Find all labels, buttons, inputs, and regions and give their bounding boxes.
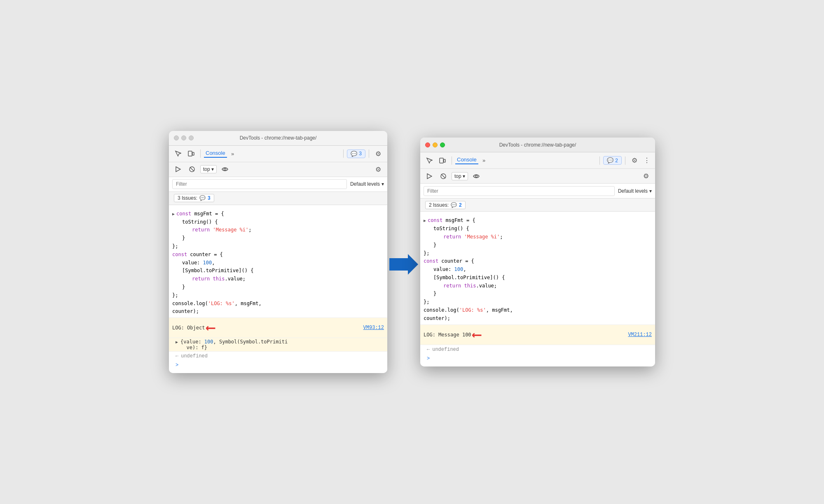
left-tab-area: Console » [204,148,340,159]
right-code-line-10: } [424,290,652,298]
right-top-selector[interactable]: top ▾ [452,172,468,180]
right-window-title: DevTools - chrome://new-tab-page/ [499,142,576,148]
right-log-output: LOG: Message 100 ⟵ VM211:12 [420,324,655,345]
left-code-line-3: return 'Message %i'; [172,226,384,234]
left-code-line-10: } [172,283,384,292]
left-console-content: ▶ const msgFmt = { toString() { return '… [169,205,387,373]
right-toolbar-sep2 [599,156,600,165]
left-devtools-window: DevTools - chrome://new-tab-page/ Consol… [169,131,387,373]
left-code-line-2: toString() { [172,218,384,226]
right-code-line-12: console.log('LOG: %s', msgFmt, [424,306,652,315]
right-play-icon[interactable] [424,170,435,182]
left-code-line-13: counter); [172,308,384,316]
right-default-levels[interactable]: Default levels ▾ [618,188,652,194]
left-prompt-line[interactable]: > [169,361,387,370]
left-inspect-icon[interactable] [172,148,184,159]
left-issues-text: 3 Issues: [178,195,197,201]
right-vm-link[interactable]: VM211:12 [628,332,652,338]
left-block-icon[interactable] [186,163,198,175]
right-filter-input[interactable] [424,186,615,196]
right-more-tabs-icon[interactable]: » [478,155,490,166]
left-top-chevron: ▾ [211,166,214,172]
left-main-toolbar: Console » 💬 3 ⚙ [169,146,387,162]
right-block-icon[interactable] [438,170,449,182]
left-title-bar: DevTools - chrome://new-tab-page/ [169,131,387,146]
left-play-icon[interactable] [172,163,184,175]
blue-right-arrow [389,254,418,275]
left-console-settings-icon[interactable]: ⚙ [372,163,384,175]
right-issues-icon: 💬 [451,202,457,208]
left-prompt-symbol: > [176,362,178,368]
right-console-tab[interactable]: Console [455,156,478,164]
left-eye-icon[interactable] [219,163,231,175]
svg-line-11 [441,174,445,178]
right-console-settings-icon[interactable]: ⚙ [640,170,652,182]
left-undefined-line: ← undefined [169,352,387,361]
right-toolbar-sep3 [625,156,625,165]
left-object-detail: ▶ {value: 100, Symbol(Symbol.toPrimiti v… [169,338,387,352]
right-top-chevron: ▾ [463,173,465,179]
right-minimize-button[interactable] [433,142,438,147]
right-issues-text: 2 Issues: [429,202,449,208]
left-device-icon[interactable] [185,148,197,159]
right-eye-icon[interactable] [471,170,482,182]
left-issues-badge[interactable]: 💬 3 [347,149,365,158]
left-close-button[interactable] [174,135,179,140]
svg-point-5 [224,168,226,170]
left-levels-chevron: ▾ [382,181,384,187]
right-expand-1[interactable]: ▶ [424,217,426,224]
right-badge-count: 2 [615,158,618,163]
right-devtools-window: DevTools - chrome://new-tab-page/ Consol… [420,138,655,366]
left-issues-icon: 💬 [199,195,206,201]
left-top-selector[interactable]: top ▾ [200,165,217,173]
left-vm-link[interactable]: VM93:12 [363,325,384,331]
left-tab-underline [204,157,227,158]
left-window-title: DevTools - chrome://new-tab-page/ [240,135,317,141]
svg-line-4 [190,167,194,171]
left-toolbar-sep3 [369,149,369,158]
right-issues-badge-bar[interactable]: 2 Issues: 💬 2 [425,201,466,209]
left-settings-icon[interactable]: ⚙ [372,148,384,159]
left-code-line-8: [Symbol.toPrimitive]() { [172,267,384,275]
right-top-label: top [454,173,461,179]
right-undefined-text: undefined [432,347,459,352]
right-prompt-line[interactable]: > [420,354,655,363]
left-maximize-button[interactable] [189,135,194,140]
left-default-levels[interactable]: Default levels ▾ [350,181,384,187]
right-red-arrow: ⟵ [473,327,481,343]
right-device-icon[interactable] [437,155,448,166]
right-levels-chevron: ▾ [649,188,652,194]
right-right-settings: ⚙ [640,170,652,182]
left-minimize-button[interactable] [181,135,186,140]
right-badge-icon: 💬 [607,157,613,163]
right-more-button[interactable]: ⋮ [642,156,652,164]
left-filter-input[interactable] [172,179,347,189]
right-traffic-lights [425,142,445,147]
left-console-tab[interactable]: Console [204,150,227,158]
right-close-button[interactable] [425,142,430,147]
left-badge-icon: 💬 [351,151,357,157]
right-code-line-3: return 'Message %i'; [424,233,652,241]
left-console-toolbar: top ▾ ⚙ [169,162,387,177]
svg-rect-8 [444,159,445,162]
left-more-tabs-icon[interactable]: » [227,148,239,159]
right-code-line-2: toString() { [424,225,652,233]
right-issues-badge[interactable]: 💬 2 [603,156,622,165]
right-less-than: ← [427,347,430,352]
left-undefined-text: undefined [181,353,208,359]
left-toolbar-sep2 [343,149,344,158]
left-expand-obj[interactable]: ▶ [176,340,178,345]
right-toolbar-sep1 [452,156,452,165]
right-tab-underline [455,163,478,164]
left-log-output: LOG: Object ⟵ VM93:12 [169,317,387,338]
right-code-line-9: return this.value; [424,282,652,290]
left-issues-badge-bar[interactable]: 3 Issues: 💬 3 [174,194,214,202]
right-settings-icon[interactable]: ⚙ [629,155,640,166]
left-code-area: ▶ const msgFmt = { toString() { return '… [169,208,387,317]
right-inspect-icon[interactable] [424,155,435,166]
right-issues-bar: 2 Issues: 💬 2 [420,198,655,212]
left-object-text: {value: 100, Symbol(Symbol.toPrimiti ve)… [180,339,288,350]
right-maximize-button[interactable] [440,142,445,147]
left-expand-1[interactable]: ▶ [172,211,175,218]
left-code-line-11: }; [172,292,384,300]
